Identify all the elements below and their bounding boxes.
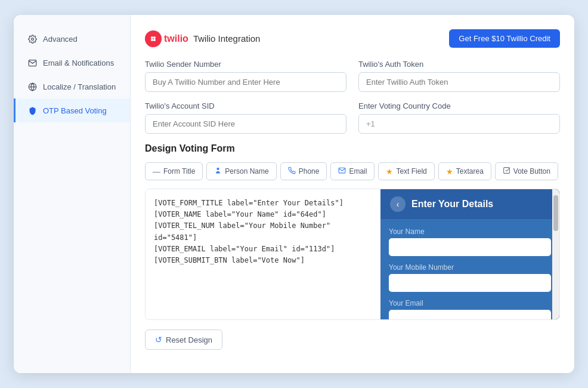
preview-scrollbar[interactable] [552, 189, 559, 319]
person-name-button-label: Person Name [225, 167, 268, 175]
app-container: Advanced Email & Notifications Localize … [14, 15, 574, 373]
svg-rect-8 [503, 168, 509, 174]
main-content: twilio Twilio Integration Get Free $10 T… [131, 15, 574, 373]
preview-body: Your Name Your Mobile Number Your Email [380, 219, 559, 319]
account-sid-label: Twilio's Account SID [145, 101, 346, 110]
twilio-integration-label: Twilio Integration [193, 33, 261, 44]
person-name-button[interactable]: Person Name [206, 162, 276, 180]
sender-number-group: Twilio Sender Number [145, 60, 346, 92]
vote-button-btn[interactable]: Vote Button [495, 162, 558, 180]
scrollbar-thumb [553, 195, 558, 231]
preview-name-input [389, 238, 551, 256]
account-sid-input[interactable] [145, 114, 346, 134]
sidebar: Advanced Email & Notifications Localize … [14, 15, 131, 373]
sender-number-label: Twilio Sender Number [145, 60, 346, 69]
phone-icon [288, 167, 296, 176]
preview-field-email: Your Email [389, 299, 551, 319]
vote-icon [503, 167, 510, 176]
envelope-icon [27, 58, 37, 67]
reset-icon: ↺ [155, 335, 162, 344]
text-field-button-label: Text Field [396, 167, 426, 175]
sidebar-item-email-notifications[interactable]: Email & Notifications [14, 51, 130, 75]
country-code-group: Enter Voting Country Code [358, 101, 560, 134]
person-icon [214, 167, 222, 176]
twilio-brand-name: twilio [164, 33, 188, 44]
sidebar-item-label-localize: Localize / Translation [43, 82, 116, 91]
preview-mobile-label: Your Mobile Number [389, 263, 551, 272]
preview-email-label: Your Email [389, 299, 551, 307]
email-icon [338, 167, 346, 176]
phone-button[interactable]: Phone [280, 162, 327, 180]
vote-button-btn-label: Vote Button [513, 167, 550, 175]
reset-button-label: Reset Design [166, 335, 212, 344]
preview-mobile-input [389, 274, 551, 292]
textarea-button-label: Textarea [456, 167, 484, 175]
shield-icon [27, 106, 37, 115]
svg-point-6 [153, 39, 156, 41]
bottom-actions: ↺ Reset Design [145, 330, 560, 350]
twilio-logo-area: twilio Twilio Integration [145, 30, 260, 47]
auth-token-input[interactable] [358, 72, 560, 92]
svg-point-4 [153, 36, 156, 39]
reset-design-button[interactable]: ↺ Reset Design [145, 330, 222, 350]
auth-token-label: Twilio's Auth Token [358, 60, 560, 69]
sidebar-item-otp[interactable]: OTP Based Voting [14, 98, 130, 122]
sidebar-item-localize[interactable]: Localize / Translation [14, 75, 130, 98]
form-title-button-label: Form Title [163, 167, 195, 175]
preview-back-button[interactable]: ‹ [390, 196, 406, 212]
country-code-input[interactable] [358, 114, 560, 134]
sender-number-input[interactable] [145, 72, 346, 92]
sid-country-row: Twilio's Account SID Enter Voting Countr… [145, 101, 560, 134]
sidebar-item-label-otp: OTP Based Voting [43, 106, 107, 115]
preview-header: ‹ Enter Your Details [380, 189, 559, 219]
sender-auth-row: Twilio Sender Number Twilio's Auth Token [145, 60, 560, 92]
preview-name-label: Your Name [389, 227, 551, 236]
svg-point-0 [31, 38, 33, 40]
sidebar-item-label-email: Email & Notifications [43, 58, 114, 67]
minus-icon: — [153, 167, 160, 176]
sidebar-item-label-advanced: Advanced [43, 35, 78, 44]
textarea-button[interactable]: ★ Textarea [438, 162, 491, 180]
preview-field-name: Your Name [389, 227, 551, 256]
code-editor[interactable]: [VOTE_FORM_TITLE label="Enter Your Detai… [146, 189, 380, 319]
form-title-button[interactable]: — Form Title [145, 162, 203, 180]
email-button[interactable]: Email [330, 162, 375, 180]
svg-point-3 [151, 36, 153, 39]
preview-panel: ‹ Enter Your Details Your Name Your Mobi… [380, 189, 559, 319]
form-builder-buttons: — Form Title Person Name Phone Email [145, 162, 560, 180]
phone-button-label: Phone [299, 167, 320, 175]
editor-preview-container: [VOTE_FORM_TITLE label="Enter Your Detai… [145, 189, 560, 320]
email-button-label: Email [349, 167, 367, 175]
twilio-circle-icon [145, 30, 162, 47]
star-icon-textarea: ★ [446, 167, 453, 176]
twilio-header: twilio Twilio Integration Get Free $10 T… [145, 29, 560, 48]
preview-field-mobile: Your Mobile Number [389, 263, 551, 292]
svg-point-7 [217, 168, 219, 170]
star-icon-text: ★ [386, 167, 393, 176]
gear-icon [27, 34, 37, 44]
design-section-title: Design Voting Form [145, 143, 560, 154]
country-code-label: Enter Voting Country Code [358, 101, 560, 110]
sidebar-item-advanced[interactable]: Advanced [14, 27, 130, 51]
preview-email-input [389, 310, 551, 319]
globe-icon [27, 82, 37, 91]
auth-token-group: Twilio's Auth Token [358, 60, 560, 92]
text-field-button[interactable]: ★ Text Field [378, 162, 434, 180]
twilio-cta-button[interactable]: Get Free $10 Twillio Credit [449, 29, 560, 48]
svg-point-5 [151, 39, 153, 41]
preview-header-title: Enter Your Details [411, 199, 493, 210]
twilio-logo: twilio [145, 30, 188, 47]
account-sid-group: Twilio's Account SID [145, 101, 346, 134]
